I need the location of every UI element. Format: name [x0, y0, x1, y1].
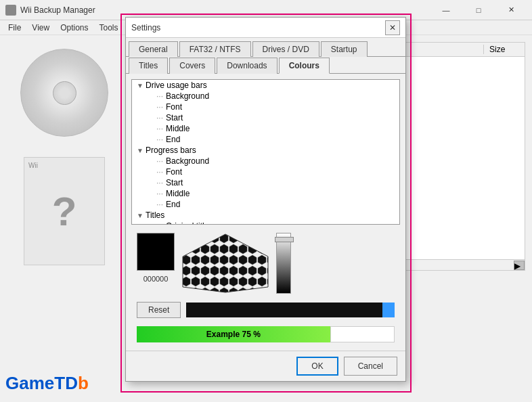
color-bar-end — [382, 303, 395, 317]
tree-item-drive-usage[interactable]: ▼ Drive usage bars — [132, 80, 399, 91]
title-bar-controls: — □ ✕ — [430, 0, 527, 20]
color-bar-preview[interactable] — [186, 303, 395, 317]
expand-icon-drive: ▼ — [135, 82, 146, 89]
color-preview-area: 000000 — [131, 230, 400, 296]
color-hex-value: 000000 — [143, 275, 169, 283]
tree-item-pb-middle[interactable]: ··· Middle — [132, 188, 399, 199]
menu-tools[interactable]: Tools — [94, 22, 124, 34]
ok-button[interactable]: OK — [296, 357, 338, 376]
hex-pattern-container[interactable] — [181, 233, 269, 294]
tab-titles[interactable]: Titles — [129, 58, 168, 74]
dialog-body: ▼ Drive usage bars ··· Background ··· Fo… — [126, 74, 405, 351]
hex-pattern-svg — [181, 233, 269, 294]
game-box: Wii ? — [24, 157, 105, 265]
tree-item-pb-start[interactable]: ··· Start — [132, 177, 399, 188]
dialog-close-button[interactable]: ✕ — [385, 20, 400, 35]
color-gradient-slider[interactable] — [276, 233, 291, 294]
tab-drives-dvd[interactable]: Drives / DVD — [252, 41, 319, 57]
tree-item-du-start[interactable]: ··· Start — [132, 112, 399, 123]
gametdb-logo: GameTDb — [5, 373, 89, 394]
tree-item-du-background[interactable]: ··· Background — [132, 91, 399, 102]
app-close-button[interactable]: ✕ — [495, 0, 527, 20]
gametdb-text: GameTDb — [5, 373, 89, 393]
tab-general[interactable]: General — [129, 41, 178, 57]
settings-dialog: Settings ✕ General FAT32 / NTFS Drives /… — [125, 17, 406, 382]
menu-view[interactable]: View — [26, 22, 55, 34]
tree-item-du-end[interactable]: ··· End — [132, 134, 399, 145]
tab-covers[interactable]: Covers — [169, 58, 215, 74]
example-bar-container: Example 75 % — [137, 326, 395, 342]
tree-item-du-middle[interactable]: ··· Middle — [132, 123, 399, 134]
app-icon — [5, 5, 16, 16]
maximize-button[interactable]: □ — [463, 0, 494, 20]
cancel-button[interactable]: Cancel — [344, 357, 397, 376]
app-title: Wii Backup Manager — [20, 5, 430, 15]
tree-item-du-font[interactable]: ··· Font — [132, 102, 399, 112]
example-bar-empty — [330, 326, 395, 342]
app-window: Wii Backup Manager — □ ✕ File View Optio… — [0, 0, 532, 402]
slider-thumb[interactable] — [275, 237, 294, 242]
tree-item-titles[interactable]: ▼ Titles — [132, 210, 399, 221]
tree-view[interactable]: ▼ Drive usage bars ··· Background ··· Fo… — [131, 79, 400, 225]
disc-area — [14, 42, 115, 143]
tree-item-pb-background[interactable]: ··· Background — [132, 156, 399, 166]
tab-fat32ntfs[interactable]: FAT32 / NTFS — [179, 41, 251, 57]
color-bar-main — [186, 303, 382, 317]
tab-row-1: General FAT32 / NTFS Drives / DVD Startu… — [126, 38, 405, 57]
svg-marker-1 — [183, 234, 268, 292]
menu-options[interactable]: Options — [55, 22, 93, 34]
question-mark: ? — [52, 188, 77, 235]
expand-icon-progress: ▼ — [135, 147, 146, 154]
tab-downloads[interactable]: Downloads — [217, 58, 277, 74]
wii-label: Wii — [28, 162, 38, 169]
disc-image — [20, 49, 108, 137]
tree-item-pb-font[interactable]: ··· Font — [132, 166, 399, 177]
minimize-button[interactable]: — — [430, 0, 462, 20]
dialog-footer: OK Cancel — [126, 351, 405, 381]
dialog-title: Settings — [131, 23, 385, 32]
color-swatch[interactable] — [137, 233, 175, 271]
tab-startup[interactable]: Startup — [321, 41, 368, 57]
color-swatch-container: 000000 — [137, 233, 175, 283]
reset-button[interactable]: Reset — [137, 302, 181, 318]
left-panel: Wii ? GameTDb — [0, 35, 129, 402]
disc-inner — [53, 81, 76, 105]
example-bar-label: Example 75 % — [206, 330, 261, 339]
size-column-header: Size — [484, 45, 525, 54]
bottom-controls: Reset — [131, 302, 400, 318]
scroll-right-btn[interactable]: ▶ — [514, 261, 525, 270]
menu-file[interactable]: File — [3, 22, 26, 34]
expand-icon-titles: ▼ — [135, 212, 146, 219]
tab-row-2: Titles Covers Downloads Colours — [126, 57, 405, 74]
tree-item-original-title[interactable]: ··· Original title — [132, 221, 399, 225]
tree-item-pb-end[interactable]: ··· End — [132, 199, 399, 210]
dialog-title-bar: Settings ✕ — [126, 18, 405, 38]
example-bar-fill: Example 75 % — [137, 326, 330, 342]
tree-item-progress-bars[interactable]: ▼ Progress bars — [132, 145, 399, 156]
tab-colours[interactable]: Colours — [279, 58, 330, 74]
